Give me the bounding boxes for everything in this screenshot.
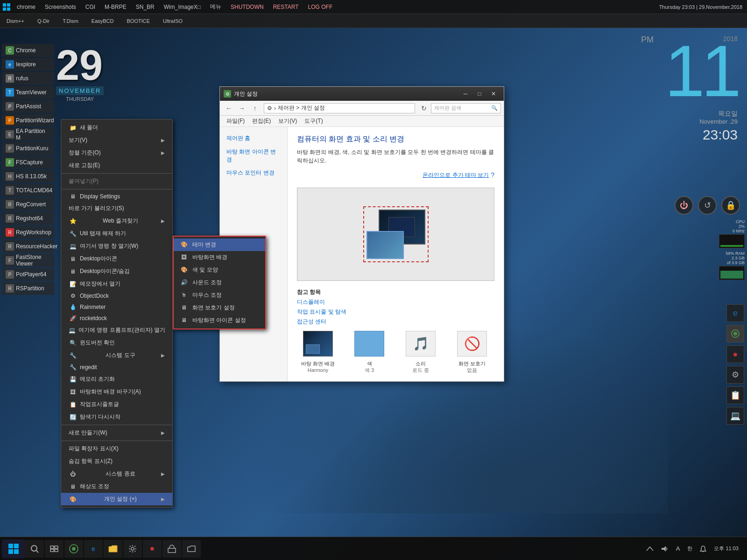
ctx-cmd-admin[interactable]: 💻 여기에 명령 프롬프트(관리자) 열기	[61, 324, 172, 336]
sidebar-item-partitionkuru[interactable]: P PartitionKuru	[2, 142, 54, 155]
btn-qdir[interactable]: Q-Dir	[31, 15, 56, 27]
rs-icon-chrome[interactable]	[726, 325, 744, 343]
ctx-new[interactable]: 새로 만들기(W) ▶	[61, 427, 172, 439]
btn-bootice[interactable]: BOOTICE	[120, 15, 156, 27]
tray-folder-button[interactable]	[104, 540, 122, 558]
tray-explorer-button[interactable]	[182, 540, 201, 558]
menu-restart[interactable]: RESTART	[268, 3, 303, 11]
tray-red-button[interactable]: ●	[143, 540, 162, 558]
submenu-sound[interactable]: 🔊 사운드 조정	[174, 276, 265, 289]
cp-ref-display[interactable]: 디스플레이	[297, 298, 494, 306]
ctx-util-detach[interactable]: 🔧 Util 탭재 해제 하기	[61, 227, 172, 240]
submenu-theme-change[interactable]: 🎨 테마 변경	[174, 238, 265, 251]
tray-search-button[interactable]	[25, 540, 44, 558]
cp-item-wallpaper[interactable]: 바탕 화면 배경 Harmony	[297, 329, 339, 374]
ctx-desktop-icon[interactable]: 🖥 Desktop아이콘	[61, 252, 172, 265]
menu-mbrpe[interactable]: M-BRPE	[100, 3, 131, 11]
tray-edge-button[interactable]: e	[84, 540, 103, 558]
sidebar-item-iexplore[interactable]: e Iexplore	[2, 58, 54, 71]
cp-menu-tools[interactable]: 도구(T)	[301, 116, 326, 126]
ctx-show-hidden[interactable]: 숨김 항목 표시(Z)	[61, 455, 172, 468]
menu-chrome[interactable]: chrome	[12, 3, 40, 11]
sidebar-item-resourcehacker[interactable]: R ResourceHacker	[2, 240, 54, 253]
ctx-sort[interactable]: 정렬 기준(O) ▶	[61, 147, 172, 159]
help-icon[interactable]: ?	[491, 171, 494, 184]
sidebar-item-rufus[interactable]: R rufus	[2, 72, 54, 85]
submenu-screensaver[interactable]: 🖥 화면 보호기 설정	[174, 301, 265, 314]
cp-forward-button[interactable]: →	[236, 103, 248, 114]
btn-easybcd[interactable]: EasyBCD	[85, 15, 120, 27]
cp-item-screensaver[interactable]: 🚫 화면 보호기 없음	[451, 329, 493, 374]
cp-item-sound[interactable]: 🎵 소리 로드 중	[400, 329, 442, 374]
menu-shutdown[interactable]: SHUTDOWN	[226, 3, 268, 11]
ctx-refresh[interactable]: 새로 고침(E)	[61, 159, 172, 172]
cp-menu-edit[interactable]: 편집(E)	[248, 116, 275, 126]
ctx-display-settings[interactable]: 🖥 Display Settings	[61, 191, 172, 202]
ctx-view[interactable]: 보기(V) ▶	[61, 134, 172, 147]
sidebar-item-chrome[interactable]: C Chrome	[2, 44, 54, 57]
tray-settings-button[interactable]	[123, 540, 142, 558]
sidebar-item-teamviewer[interactable]: T TeamViewer	[2, 86, 54, 99]
btn-dism[interactable]: Dism++	[0, 15, 31, 27]
submenu-desktop-icon-settings[interactable]: 🖥 바탕화면 아이콘 설정	[174, 314, 265, 327]
ctx-show-ext[interactable]: 파일 확장자 표시(X)	[61, 442, 172, 455]
sidebar-item-totalcmd64[interactable]: T TOTALCMD64	[2, 184, 54, 197]
ctx-resolution[interactable]: 🖥 해상도 조정	[61, 480, 172, 493]
cp-theme-link[interactable]: 온라인으로 추가 테마 보기	[423, 171, 489, 179]
ctx-paste[interactable]: 붙여넣기(P)	[61, 175, 172, 188]
sidebar-item-fscapture[interactable]: F FSCapture	[2, 156, 54, 169]
ctx-shortcut-load[interactable]: 바로 가기 불러오기(S)	[61, 202, 172, 215]
menu-snbr[interactable]: SN_BR	[131, 3, 159, 11]
cp-refresh-button[interactable]: ↻	[418, 103, 430, 114]
ctx-explorer-restart[interactable]: 🔄 탐색기 다시시작	[61, 411, 172, 423]
sidebar-item-faststone[interactable]: F FastStone Viewer	[2, 254, 54, 267]
cp-up-button[interactable]: ↑	[249, 103, 261, 114]
ctx-personal-settings[interactable]: 🎨 개인 설정 (+) ▶	[61, 493, 172, 505]
cp-minimize-button[interactable]: ─	[459, 89, 472, 99]
sidebar-item-ea-partition[interactable]: E EA Partition M	[2, 128, 54, 141]
tray-time-display[interactable]: 오후 11:03	[711, 544, 741, 553]
power-button[interactable]: ⏻	[675, 196, 693, 215]
ctx-rainmeter[interactable]: 💧 Rainmeter	[61, 301, 172, 313]
ctx-web-fav[interactable]: ⭐ Web 즐겨찾기 ▶	[61, 215, 172, 227]
cp-nav-home[interactable]: 제어판 홈	[220, 132, 287, 145]
refresh-button[interactable]: ↺	[698, 196, 717, 215]
sidebar-item-hs[interactable]: H HS 8.13.05k	[2, 170, 54, 183]
cp-back-button[interactable]: ←	[223, 103, 235, 114]
sidebar-item-partitionwizard[interactable]: P PartitionWizard	[2, 114, 54, 127]
submenu-color-shape[interactable]: 🎨 색 및 모양	[174, 264, 265, 276]
ctx-taskbar-toggle[interactable]: 📋 작업표시줄토글	[61, 398, 172, 411]
tray-taskview-button[interactable]	[45, 540, 63, 558]
cp-menu-view[interactable]: 보기(V)	[275, 116, 301, 126]
rs-icon-ie[interactable]: e	[726, 304, 744, 322]
ctx-cmd-here[interactable]: 💻 여기서 명령 창 열기(W)	[61, 240, 172, 252]
lock-button[interactable]: 🔒	[721, 196, 740, 215]
menu-logoff[interactable]: LOG OFF	[303, 3, 338, 11]
tray-chrome-button[interactable]	[64, 540, 83, 558]
ctx-sys-end[interactable]: ⏻ 시스템 종료 ▶	[61, 468, 172, 480]
rs-icon-6[interactable]: 💻	[726, 407, 744, 425]
cp-nav-mouse-pointer[interactable]: 마우스 포인터 변경	[220, 166, 287, 180]
rs-icon-3[interactable]: ●	[726, 345, 744, 363]
sidebar-item-partassist[interactable]: P PartAssist	[2, 100, 54, 113]
sidebar-item-regworkshop[interactable]: R RegWorkshop	[2, 226, 54, 239]
ctx-mem-init[interactable]: 💾 메모리 초기화	[61, 373, 172, 385]
ctx-new-folder[interactable]: 📁 새 폴더	[61, 121, 172, 134]
ctx-notepad-open[interactable]: 📝 메모장에서 열기	[61, 278, 172, 290]
submenu-wallpaper[interactable]: 🖼 바탕화면 배경	[174, 251, 265, 264]
sidebar-item-rspartition[interactable]: R RSPartition	[2, 282, 54, 295]
cp-menu-file[interactable]: 파일(F)	[223, 116, 248, 126]
sidebar-item-potplayer64[interactable]: P PotPlayer64	[2, 268, 54, 281]
cp-close-button[interactable]: ✕	[487, 89, 500, 99]
ctx-objectdock[interactable]: ⚙ ObjectDock	[61, 290, 172, 301]
ctx-desktop-icon-hide[interactable]: 🖥 Desktop아이콘/숨김	[61, 265, 172, 278]
tray-store-button[interactable]	[162, 540, 181, 558]
sidebar-item-regconvert[interactable]: R RegConvert	[2, 198, 54, 211]
taskbar-icon-windows[interactable]	[2, 2, 11, 12]
ctx-win-version[interactable]: 🔍 윈도버전 확인	[61, 336, 172, 349]
ctx-system-tools[interactable]: 🔧 시스템 도구 ▶	[61, 349, 172, 362]
menu-screenshots[interactable]: Screenshots	[40, 3, 81, 11]
tray-volume-icon[interactable]	[658, 545, 671, 553]
tray-network-icon[interactable]	[643, 545, 656, 553]
tray-notification-button[interactable]	[697, 545, 709, 553]
